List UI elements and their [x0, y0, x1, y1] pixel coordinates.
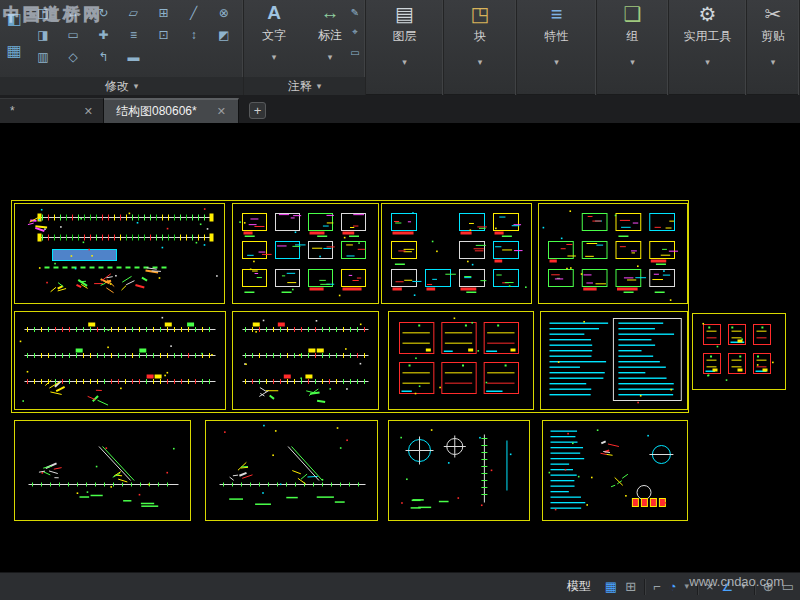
modify-tool-icon[interactable]: ⊡ — [151, 25, 177, 45]
chevron-down-icon[interactable]: ▾ — [684, 582, 689, 591]
block-icon[interactable]: ◳ — [471, 1, 490, 26]
chevron-down-icon[interactable]: ▾ — [630, 57, 635, 67]
panel-title-label: 注释 — [288, 78, 312, 95]
panel-label-properties: 特性 — [545, 28, 569, 45]
modify-tool-icon[interactable]: ▦ — [1, 40, 27, 60]
ribbon-panel-block[interactable]: ◳ 块 ▾ — [444, 0, 517, 95]
modify-tool-icon[interactable]: ↻ — [90, 3, 116, 23]
clipboard-icon[interactable]: ✂ — [765, 1, 782, 26]
dimension-icon: ↔ — [321, 0, 340, 24]
modify-tool-grid: ◫ ↔ ↻ ▱ ⊞ ╱ ⊗ ◨ ▭ ✚ ≡ ⊡ ↕ ◩ ▥ ◇ ↰ ▬ — [28, 0, 243, 77]
chevron-down-icon[interactable]: ▾ — [554, 57, 559, 67]
grid-display-icon[interactable]: ▦ — [605, 580, 617, 593]
cad-drawing-canvas[interactable] — [0, 123, 800, 572]
panel-label-layers: 图层 — [393, 28, 417, 45]
leader-icon[interactable]: ✎ — [347, 6, 363, 18]
utilities-icon[interactable]: ⚙ — [699, 1, 717, 26]
modify-tool-icon[interactable]: ▬ — [120, 47, 146, 67]
ribbon-panel-groups[interactable]: ❑ 组 ▾ — [597, 0, 669, 95]
modify-tool-icon[interactable]: ↕ — [181, 25, 207, 45]
modify-tool-icon[interactable]: ◩ — [211, 25, 237, 45]
drawing-area[interactable] — [0, 123, 800, 572]
panel-title-annotate[interactable]: 注释 ▾ — [244, 77, 365, 95]
chevron-down-icon: ▾ — [317, 81, 322, 91]
ortho-mode-icon[interactable]: ⌐ — [653, 580, 661, 593]
annotation-visibility-icon[interactable]: × — [706, 580, 714, 593]
panel-label-clipboard: 剪贴 — [761, 28, 785, 45]
panel-label-utilities: 实用工具 — [684, 28, 732, 45]
chevron-down-icon[interactable]: ▾ — [272, 52, 277, 62]
ribbon-panel-clipboard[interactable]: ✂ 剪贴 ▾ — [747, 0, 800, 95]
autocad-window: ◧ ▦ ◫ ↔ ↻ ▱ ⊞ ╱ ⊗ ◨ ▭ ✚ ≡ ⊡ ↕ ◩ ▥ ◇ ↰ — [0, 0, 800, 600]
model-tab-button[interactable]: 模型 — [567, 578, 591, 595]
close-icon[interactable]: ✕ — [84, 105, 93, 118]
new-tab-button[interactable]: + — [249, 102, 266, 119]
modify-tool-icon[interactable]: ◧ — [1, 8, 27, 28]
modify-tool-icon[interactable]: ▥ — [30, 47, 56, 67]
dimension-button-label: 标注 — [318, 27, 342, 44]
centermark-icon[interactable]: ⌖ — [347, 26, 363, 38]
layers-icon[interactable]: ▤ — [395, 1, 414, 26]
polar-tracking-icon[interactable]: ∠ — [722, 580, 734, 593]
chevron-down-icon[interactable]: ▾ — [402, 57, 407, 67]
modify-tool-icon[interactable]: ⊗ — [211, 3, 237, 23]
text-button[interactable]: A 文字 ▾ — [248, 0, 300, 77]
modify-tool-icon[interactable]: ╱ — [181, 3, 207, 23]
ribbon-panel-annotate: A 文字 ▾ ↔ 标注 ▾ ✎ ⌖ ▭ 注释 ▾ — [244, 0, 366, 95]
close-icon[interactable]: ✕ — [217, 105, 226, 118]
properties-icon[interactable]: ≡ — [551, 1, 563, 26]
modify-tool-icon[interactable]: ↰ — [90, 47, 116, 67]
chevron-down-icon[interactable]: ▾ — [705, 57, 710, 67]
panel-label-groups: 组 — [627, 28, 639, 45]
panel-label-block: 块 — [474, 28, 486, 45]
ribbon-panel-utilities[interactable]: ⚙ 实用工具 ▾ — [669, 0, 747, 95]
object-snap-icon[interactable]: ⊕ — [763, 580, 774, 593]
modify-tool-icon[interactable]: ⊞ — [151, 3, 177, 23]
modify-tool-icon[interactable]: ✚ — [90, 25, 116, 45]
workspace-icon[interactable]: ▭ — [782, 580, 794, 593]
ribbon-panel-modify: ◧ ▦ ◫ ↔ ↻ ▱ ⊞ ╱ ⊗ ◨ ▭ ✚ ≡ ⊡ ↕ ◩ ▥ ◇ ↰ — [0, 0, 244, 95]
chevron-down-icon[interactable]: ▾ — [328, 52, 333, 62]
mtext-icon: A — [267, 0, 281, 24]
panel-title-modify[interactable]: 修改 ▾ — [0, 77, 243, 95]
chevron-down-icon: ▾ — [134, 81, 139, 91]
status-bar: 模型 ▦ ⊞ ⌐ ◔ ▾ × ∠ ▾ ⊕ ▭ — [0, 572, 800, 600]
modify-tool-icon[interactable]: ≡ — [120, 25, 146, 45]
modify-tool-icon[interactable]: ▱ — [120, 3, 146, 23]
statusbar-separator — [754, 579, 755, 595]
modify-tool-icon[interactable]: ◇ — [60, 47, 86, 67]
chevron-down-icon[interactable]: ▾ — [741, 582, 746, 591]
ribbon-panel-layers[interactable]: ▤ 图层 ▾ — [366, 0, 444, 95]
snap-mode-icon[interactable]: ⊞ — [625, 580, 636, 593]
panel-title-label: 修改 — [105, 78, 129, 95]
statusbar-separator — [644, 579, 645, 595]
text-button-label: 文字 — [262, 27, 286, 44]
tab-label: * — [10, 104, 15, 118]
chevron-down-icon[interactable]: ▾ — [478, 57, 483, 67]
tab-label: 结构图080606* — [116, 103, 197, 120]
annotate-side-tools: ✎ ⌖ ▭ — [347, 6, 363, 58]
ribbon-panel-properties[interactable]: ≡ 特性 ▾ — [517, 0, 597, 95]
ribbon: ◧ ▦ ◫ ↔ ↻ ▱ ⊞ ╱ ⊗ ◨ ▭ ✚ ≡ ⊡ ↕ ◩ ▥ ◇ ↰ — [0, 0, 800, 95]
modify-tool-icon[interactable]: ◨ — [30, 25, 56, 45]
statusbar-separator — [697, 579, 698, 595]
chevron-down-icon[interactable]: ▾ — [771, 57, 776, 67]
isodraft-icon[interactable]: ◔ — [669, 580, 677, 593]
table-icon[interactable]: ▭ — [347, 46, 363, 58]
group-icon[interactable]: ❑ — [624, 1, 642, 26]
modify-tool-icon[interactable]: ◫ — [30, 3, 56, 23]
drawing-tab-partial[interactable]: * ✕ — [0, 98, 104, 123]
modify-tool-icon[interactable]: ↔ — [60, 3, 86, 23]
file-tabs-bar: * ✕ 结构图080606* ✕ + — [0, 95, 800, 123]
modify-tool-icon[interactable]: ▭ — [60, 25, 86, 45]
drawing-tab-active[interactable]: 结构图080606* ✕ — [104, 98, 239, 123]
